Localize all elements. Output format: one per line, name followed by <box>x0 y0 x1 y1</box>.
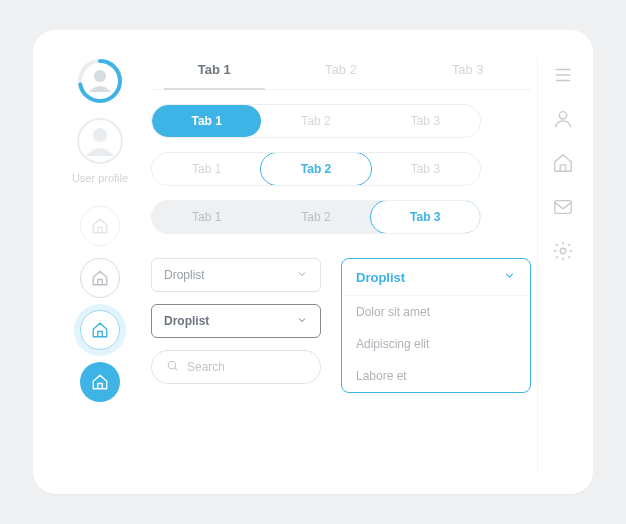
chevron-down-icon <box>503 269 516 285</box>
svg-point-6 <box>559 112 566 119</box>
pill-tab-2[interactable]: Tab 2 <box>261 201 370 233</box>
avatar-placeholder[interactable] <box>77 118 123 164</box>
pill-tab-3[interactable]: Tab 3 <box>371 105 480 137</box>
svg-point-5 <box>168 361 176 369</box>
dropdowns-row: Droplist Droplist Search Droplist Dolor <box>151 258 531 393</box>
chevron-down-icon <box>296 268 308 283</box>
dropdown-light[interactable]: Droplist <box>151 258 321 292</box>
svg-point-4 <box>93 128 107 142</box>
search-placeholder: Search <box>187 360 225 374</box>
pill-tab-1[interactable]: Tab 1 <box>152 153 261 185</box>
search-input[interactable]: Search <box>151 350 321 384</box>
left-column: User profile <box>55 58 145 472</box>
dropdown-open-header[interactable]: Droplist <box>342 259 530 296</box>
pill-tab-1[interactable]: Tab 1 <box>152 201 261 233</box>
dropdown-label: Droplist <box>356 270 405 285</box>
dropdown-strong[interactable]: Droplist <box>151 304 321 338</box>
chevron-down-icon <box>296 314 308 329</box>
search-icon <box>166 359 179 375</box>
profile-label: User profile <box>72 172 128 184</box>
pill-tab-1[interactable]: Tab 1 <box>152 105 261 137</box>
tab-bar-underline: Tab 1 Tab 2 Tab 3 <box>151 58 531 90</box>
pill-tab-3[interactable]: Tab 3 <box>370 200 481 234</box>
center-column: Tab 1 Tab 2 Tab 3 Tab 1 Tab 2 Tab 3 Tab … <box>145 58 537 472</box>
gear-icon[interactable] <box>552 240 574 262</box>
home-icon-outline[interactable] <box>80 258 120 298</box>
dropdown-label: Droplist <box>164 314 209 328</box>
home-icon-faint[interactable] <box>80 206 120 246</box>
pill-tabs-outline: Tab 1 Tab 2 Tab 3 <box>151 152 481 186</box>
tab-2[interactable]: Tab 2 <box>278 58 405 89</box>
pill-tab-2[interactable]: Tab 2 <box>260 152 371 186</box>
pill-tab-2[interactable]: Tab 2 <box>261 105 370 137</box>
user-icon[interactable] <box>552 108 574 130</box>
tab-1[interactable]: Tab 1 <box>151 58 278 89</box>
dropdown-label: Droplist <box>164 268 205 282</box>
ui-kit-panel: User profile Tab 1 Tab 2 Tab 3 Tab 1 Tab <box>33 30 593 494</box>
dropdown-stack: Droplist Droplist Search <box>151 258 321 393</box>
dropdown-open: Droplist Dolor sit amet Adipiscing elit … <box>341 258 531 393</box>
dropdown-option[interactable]: Dolor sit amet <box>342 296 530 328</box>
right-icon-rail <box>537 58 577 472</box>
svg-rect-7 <box>554 201 571 214</box>
dropdown-option[interactable]: Adipiscing elit <box>342 328 530 360</box>
dropdown-option[interactable]: Labore et <box>342 360 530 392</box>
pill-tab-3[interactable]: Tab 3 <box>371 153 480 185</box>
avatar-progress[interactable] <box>77 58 123 104</box>
home-icon-variants <box>80 206 120 402</box>
svg-point-2 <box>94 70 106 82</box>
menu-icon[interactable] <box>552 64 574 86</box>
home-icon-glow[interactable] <box>80 310 120 350</box>
svg-point-8 <box>560 248 566 254</box>
mail-icon[interactable] <box>552 196 574 218</box>
pill-tabs-filled: Tab 1 Tab 2 Tab 3 <box>151 104 481 138</box>
home-icon-filled[interactable] <box>80 362 120 402</box>
tab-3[interactable]: Tab 3 <box>404 58 531 89</box>
pill-tabs-onfaint: Tab 1 Tab 2 Tab 3 <box>151 200 481 234</box>
home-icon[interactable] <box>552 152 574 174</box>
